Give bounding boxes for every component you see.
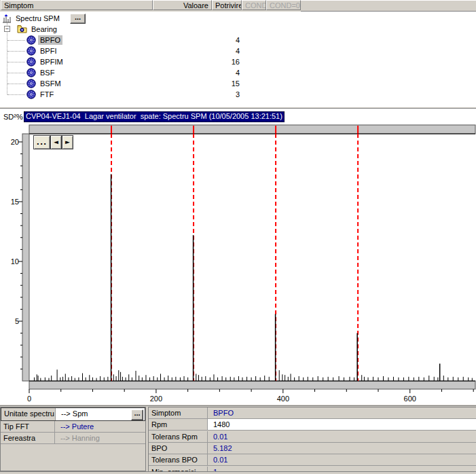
tree-row-bearing[interactable]: −Bearing	[0, 24, 476, 35]
property-label: Tip FFT	[1, 421, 55, 432]
parameter-label: Tolerans BPO	[149, 454, 208, 465]
bearing-icon	[26, 35, 36, 45]
spectrum-chart-panel: SD²% CVP04-VEJ1-04 Lagar ventilator spat…	[0, 109, 476, 404]
parameter-label: BPO	[149, 443, 208, 454]
parameter-row: Tolerans BPO0.01	[149, 454, 476, 466]
x-tick-label: 0	[27, 395, 31, 403]
application-window: { "header": { "columns": [ {"label": "Si…	[0, 0, 476, 474]
parameter-value[interactable]: BPFO	[208, 407, 476, 418]
bearing-icon	[26, 46, 36, 56]
tree-item-label[interactable]: BPFI	[38, 46, 58, 56]
tree-item-value: 4	[156, 46, 240, 56]
parameter-value[interactable]: 1480	[208, 419, 476, 430]
bearing-icon	[26, 90, 36, 99]
x-tick-label: 600	[404, 395, 416, 403]
y-axis: 5101520	[11, 134, 29, 381]
tree-header-row: Simptom Valoare Potrivire COND COND=0	[0, 0, 476, 12]
tree-item-value: 16	[156, 57, 240, 67]
parameter-row: Rpm1480	[149, 419, 476, 431]
scroll-left-button[interactable]: ◄	[50, 135, 62, 149]
tree-group-label[interactable]: Bearing	[29, 24, 59, 34]
ellipsis-button[interactable]: ...	[131, 409, 143, 420]
bearing-icon	[26, 79, 36, 88]
property-row: Fereastra--> Hanning	[1, 433, 145, 444]
tree-row[interactable]: BSFM15	[0, 78, 476, 89]
bearing-folder-icon	[17, 24, 27, 33]
harmonic-marker-lines	[111, 134, 358, 381]
symptom-tree-panel: Simptom Valoare Potrivire COND COND=0 Sp…	[0, 0, 476, 107]
bearing-icon	[26, 57, 36, 67]
tree-root-label[interactable]: Spectru SPM	[14, 14, 62, 23]
parameter-value[interactable]: 0.01	[208, 454, 476, 465]
y-tick-label: 10	[11, 257, 19, 266]
top-axis-band	[29, 125, 475, 134]
x-tick-label: 200	[150, 395, 162, 403]
root-options-button[interactable]: ...	[70, 14, 86, 24]
x-tick-label: 400	[277, 395, 289, 403]
property-value[interactable]: --> Hanning	[55, 433, 145, 443]
tree-item-label[interactable]: BPFO	[38, 35, 62, 45]
tree-row[interactable]: BSF4	[0, 67, 476, 78]
y-tick-label: 5	[15, 317, 19, 325]
y-tick-label: 15	[11, 198, 19, 206]
window-bottom-edge	[0, 471, 476, 474]
property-value[interactable]: --> Putere	[55, 421, 145, 432]
spectrum-noise	[34, 369, 472, 381]
column-header-filler	[301, 0, 476, 12]
y-tick-label: 20	[11, 138, 19, 146]
column-header-cond0[interactable]: COND=0	[266, 0, 301, 10]
parameter-label: Simptom	[149, 407, 208, 418]
bearing-icon	[26, 68, 36, 77]
chart-options-button[interactable]: ...	[33, 135, 50, 149]
property-row: Unitate spectru--> Spm...	[1, 407, 145, 421]
tree-item-label[interactable]: FTF	[38, 90, 56, 99]
property-label: Fereastra	[1, 433, 55, 443]
column-header-valoare[interactable]: Valoare	[153, 0, 212, 10]
tree-item-value: 4	[156, 68, 240, 77]
parameter-value[interactable]: 5.182	[208, 443, 476, 454]
tree-item-value: 4	[156, 35, 240, 45]
parameter-value[interactable]: 0.01	[208, 431, 476, 442]
tree-row[interactable]: BPFIM16	[0, 56, 476, 67]
tree-row[interactable]: FTF3	[0, 89, 476, 100]
column-header-cond[interactable]: COND	[242, 0, 266, 10]
parameter-row: BPO5.182	[149, 443, 476, 454]
parameter-label: Tolerans Rpm	[149, 431, 208, 442]
tree-item-label[interactable]: BSFM	[38, 79, 63, 88]
tree-row[interactable]: BPFO4	[0, 35, 476, 45]
property-row: Tip FFT--> Putere	[1, 421, 145, 433]
x-axis: 0200400600	[27, 381, 475, 403]
parameter-label: Rpm	[149, 419, 208, 430]
parameter-row: Tolerans Rpm0.01	[149, 431, 476, 443]
tree-item-value: 15	[156, 79, 240, 88]
tree-row-root[interactable]: Spectru SPM...	[0, 13, 476, 24]
column-header-simptom[interactable]: Simptom	[1, 0, 153, 10]
tree-item-label[interactable]: BPFIM	[38, 57, 65, 67]
tree-item-label[interactable]: BSF	[38, 68, 56, 77]
parameter-row: SimptomBPFO	[149, 407, 476, 419]
properties-panel: Unitate spectru--> Spm...Tip FFT--> Pute…	[0, 406, 476, 474]
column-header-potrivire[interactable]: Potrivire	[212, 0, 242, 10]
spectrum-settings-table: Unitate spectru--> Spm...Tip FFT--> Pute…	[0, 407, 146, 471]
tree-item-value: 3	[156, 90, 240, 99]
collapse-icon[interactable]: −	[4, 26, 10, 32]
tree-row[interactable]: BPFI4	[0, 45, 476, 56]
symptom-parameters-table: SimptomBPFORpm1480Tolerans Rpm0.01BPO5.1…	[148, 407, 476, 474]
spectrum-chart: 51015200200400600	[0, 109, 476, 404]
property-label: Unitate spectru	[1, 408, 56, 420]
scroll-right-button[interactable]: ►	[62, 135, 73, 149]
symptom-tree: Spectru SPM...−BearingBPFO4BPFI4BPFIM16B…	[0, 12, 476, 106]
